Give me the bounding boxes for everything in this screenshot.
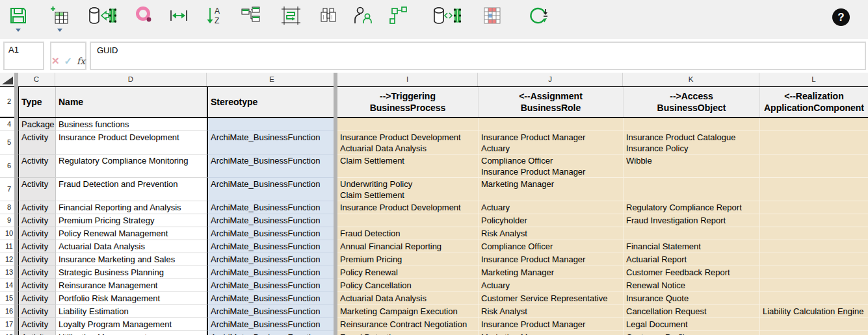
header-assignment[interactable]: <--Assignment BusinessRole [478, 87, 623, 117]
cell-type[interactable]: Activity [18, 305, 55, 318]
cell-assignment[interactable] [478, 118, 623, 131]
cell-name[interactable]: Insurance Marketing and Sales [55, 253, 207, 266]
refresh-button[interactable] [527, 5, 549, 26]
cell-type[interactable]: Activity [18, 131, 55, 155]
cell-stereotype[interactable]: ArchiMate_BusinessFunction [207, 240, 337, 253]
cell-stereotype[interactable]: ArchiMate_BusinessFunction [207, 178, 337, 201]
cell-name[interactable]: Reinsurance Management [55, 279, 207, 292]
cell-realization[interactable] [759, 201, 868, 214]
cell-stereotype[interactable]: ArchiMate_BusinessFunction [207, 131, 337, 155]
column-header-i[interactable]: I [337, 73, 478, 86]
header-name[interactable]: Name [55, 87, 207, 117]
cell-triggering[interactable]: Reinsurance Contract Negotiation [337, 318, 478, 331]
cell-realization[interactable] [759, 266, 868, 279]
new-table-button[interactable] [49, 5, 70, 32]
matrix-button[interactable] [482, 5, 503, 26]
cell-assignment[interactable]: Risk Analyst [478, 305, 623, 318]
cell-type[interactable]: Activity [18, 178, 55, 201]
cell-access[interactable]: Customer Feedback Report [623, 266, 759, 279]
cancel-icon[interactable]: ✕ [51, 56, 60, 66]
cell-stereotype[interactable]: ArchiMate_BusinessFunction [207, 253, 337, 266]
column-header-c[interactable]: C [18, 73, 55, 86]
cell-triggering[interactable]: Fraud Detection [337, 331, 478, 335]
sync-table-button[interactable] [432, 5, 462, 26]
cell-triggering[interactable]: Insurance Product Development [337, 201, 478, 214]
column-header-l[interactable]: L [759, 73, 868, 86]
cell-assignment[interactable]: Insurance Product Manager Actuary [478, 131, 623, 155]
cell-stereotype[interactable]: ArchiMate_BusinessFunction [207, 214, 337, 227]
cell-triggering[interactable]: Premium Pricing [337, 253, 478, 266]
cell-triggering[interactable] [337, 214, 478, 227]
cell-access[interactable]: Insurance Product Catalogue Insurance Po… [623, 131, 759, 155]
cell-triggering[interactable]: Policy Renewal [337, 266, 478, 279]
cell-assignment[interactable]: Compliance Officer Insurance Product Man… [478, 155, 623, 178]
header-realization[interactable]: <--Realization ApplicationComponent [759, 87, 868, 117]
cell-realization[interactable] [759, 227, 868, 240]
header-access[interactable]: -->Access BusinessObject [623, 87, 759, 117]
cell-type[interactable]: Activity [18, 240, 55, 253]
cell-access[interactable]: Regulatory Compliance Report [623, 201, 759, 214]
cell-triggering[interactable]: Annual Financial Reporting [337, 240, 478, 253]
cell-realization[interactable] [759, 214, 868, 227]
cell-name[interactable]: Policy Renewal Management [55, 227, 207, 240]
hierarchy-button[interactable] [240, 5, 261, 26]
cell-name[interactable]: Financial Reporting and Analysis [55, 201, 207, 214]
cell-access[interactable]: Actuarial Report [623, 253, 759, 266]
cell-triggering[interactable]: Policy Cancellation [337, 279, 478, 292]
column-header-j[interactable]: J [478, 73, 623, 86]
cell-triggering[interactable]: Actuarial Data Analysis [337, 292, 478, 305]
header-stereotype[interactable]: Stereotype [207, 87, 337, 117]
cell-type[interactable]: Activity [18, 279, 55, 292]
find-person-button[interactable] [352, 5, 373, 26]
cell-type[interactable]: Activity [18, 201, 55, 214]
cell-access[interactable]: Renewal Notice [623, 279, 759, 292]
cell-realization[interactable] [759, 253, 868, 266]
cell-type[interactable]: Activity [18, 318, 55, 331]
cell-access[interactable]: Fraud Investigation Report [623, 214, 759, 227]
cell-name[interactable]: Premium Pricing Strategy [55, 214, 207, 227]
import-table-button[interactable] [87, 5, 117, 26]
cell-access[interactable] [623, 227, 759, 240]
column-header-d[interactable]: D [55, 73, 207, 86]
cell-type[interactable]: Activity [18, 214, 55, 227]
header-triggering[interactable]: -->Triggering BusinessProcess [337, 87, 478, 117]
sort-button[interactable]: AZ [204, 5, 224, 26]
cell-stereotype[interactable]: ArchiMate_BusinessFunction [207, 279, 337, 292]
cell-assignment[interactable]: Policyholder [478, 214, 623, 227]
cell-triggering[interactable]: Claim Settlement [337, 155, 478, 178]
cell-name[interactable]: Portfolio Risk Management [55, 292, 207, 305]
cell-assignment[interactable]: Customer Service Representative [478, 292, 623, 305]
cell-triggering[interactable] [337, 118, 478, 131]
cell-type[interactable]: Package [18, 118, 55, 131]
save-button[interactable] [8, 5, 29, 32]
chevron-down-icon[interactable] [57, 29, 62, 32]
help-button[interactable]: ? [832, 8, 850, 26]
cell-stereotype[interactable]: ArchiMate_BusinessFunction [207, 318, 337, 331]
cell-assignment[interactable]: Insurance Product Manager [478, 318, 623, 331]
cell-stereotype[interactable]: ArchiMate_BusinessFunction [207, 227, 337, 240]
cell-realization[interactable] [759, 178, 868, 201]
column-header-e[interactable]: E [207, 73, 337, 86]
cell-access[interactable]: Legal Document [623, 318, 759, 331]
search-button[interactable] [134, 5, 155, 26]
insert-function-icon[interactable]: fx [77, 56, 85, 66]
cell-realization[interactable] [759, 331, 868, 335]
cell-realization[interactable] [759, 155, 868, 178]
cell-stereotype[interactable]: ArchiMate_BusinessFunction [207, 266, 337, 279]
cell-assignment[interactable]: Actuary [478, 279, 623, 292]
cell-name[interactable]: Strategic Business Planning [55, 266, 207, 279]
cell-name[interactable]: Fraud Detection and Prevention [55, 178, 207, 201]
cell-type[interactable]: Activity [18, 331, 55, 335]
header-type[interactable]: Type [18, 87, 55, 117]
cell-stereotype[interactable]: ArchiMate_BusinessFunction [207, 331, 337, 335]
cell-realization[interactable] [759, 118, 868, 131]
chevron-down-icon[interactable] [16, 29, 21, 32]
cell-assignment[interactable]: Insurance Product Manager [478, 253, 623, 266]
cell-access[interactable]: Cancellation Request [623, 305, 759, 318]
cell-access[interactable] [623, 178, 759, 201]
pane-divider-middle[interactable] [334, 73, 337, 335]
cell-triggering[interactable]: Insurance Product Development Actuarial … [337, 131, 478, 155]
cell-name[interactable]: Utilization Management [55, 331, 207, 335]
cell-stereotype[interactable] [207, 118, 337, 131]
cell-realization[interactable]: Liability Calculation Engine [759, 305, 868, 318]
